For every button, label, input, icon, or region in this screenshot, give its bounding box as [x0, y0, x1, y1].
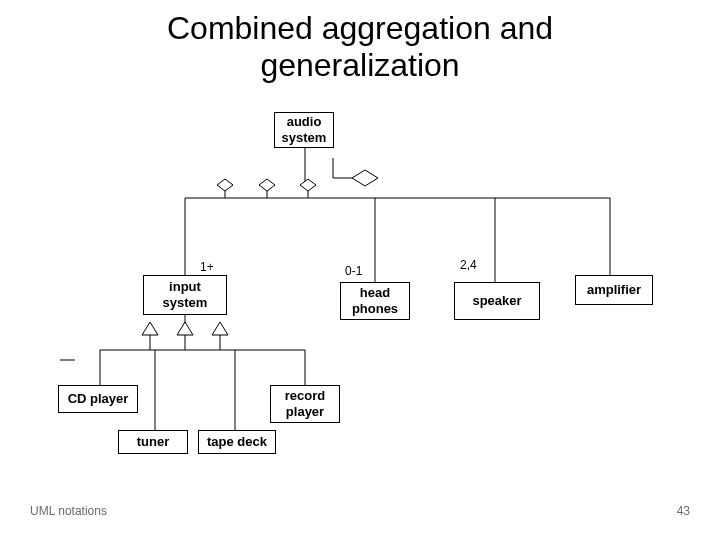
mult-speaker: 2,4 — [460, 258, 477, 272]
footer-left: UML notations — [30, 504, 107, 518]
node-cd-player: CD player — [58, 385, 138, 413]
mult-input: 1+ — [200, 260, 214, 274]
node-speaker: speaker — [454, 282, 540, 320]
svg-marker-17 — [212, 322, 228, 335]
node-audio-system: audio system — [274, 112, 334, 148]
page-number: 43 — [677, 504, 690, 518]
diagram-canvas: audio system input system head phones sp… — [0, 0, 720, 540]
svg-marker-3 — [300, 179, 316, 191]
node-record-player: record player — [270, 385, 340, 423]
diamond-icon — [352, 170, 378, 186]
svg-marker-2 — [259, 179, 275, 191]
generalization-triangles-icon — [142, 322, 228, 335]
node-tape-deck: tape deck — [198, 430, 276, 454]
aggregation-diamonds-icon — [217, 179, 316, 191]
svg-marker-16 — [177, 322, 193, 335]
mult-headphones: 0-1 — [345, 264, 362, 278]
svg-marker-15 — [142, 322, 158, 335]
node-amplifier: amplifier — [575, 275, 653, 305]
node-head-phones: head phones — [340, 282, 410, 320]
svg-marker-1 — [217, 179, 233, 191]
node-tuner: tuner — [118, 430, 188, 454]
node-input-system: input system — [143, 275, 227, 315]
